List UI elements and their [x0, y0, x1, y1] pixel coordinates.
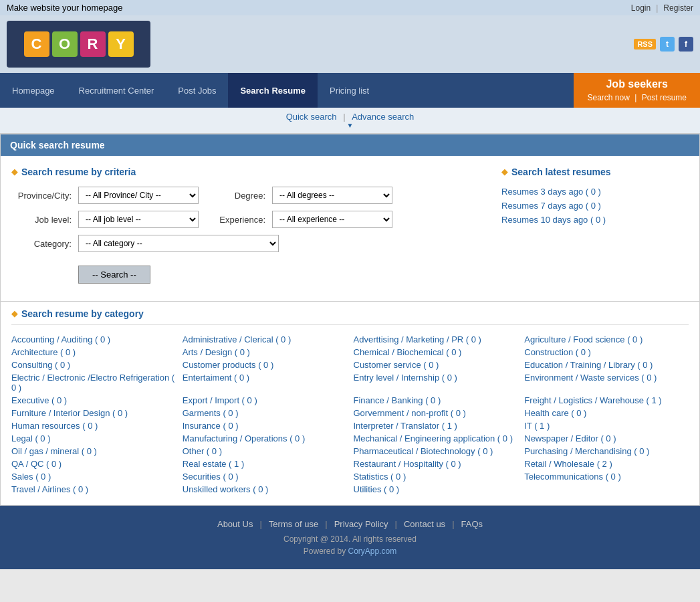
category-link[interactable]: Entry level / Internship ( 0 )	[354, 373, 457, 383]
search-button[interactable]: -- Search --	[78, 266, 150, 284]
footer-terms[interactable]: Terms of use	[269, 519, 318, 529]
nav-recruitment[interactable]: Recruitment Center	[67, 73, 166, 108]
latest-resumes-list: Resumes 3 days ago ( 0 ) Resumes 7 days …	[501, 187, 689, 225]
category-link[interactable]: Unskilled workers ( 0 )	[183, 484, 269, 494]
twitter-button[interactable]: t	[660, 37, 675, 52]
category-link[interactable]: Entertaiment ( 0 )	[183, 373, 249, 383]
experience-select[interactable]: -- All experience --	[272, 211, 392, 228]
category-link[interactable]: QA / QC ( 0 )	[11, 459, 62, 469]
quick-search-link[interactable]: Quick search	[286, 112, 337, 122]
footer-contact[interactable]: Contact us	[404, 519, 445, 529]
category-link[interactable]: Freight / Logistics / Warehouse ( 1 )	[524, 395, 661, 405]
category-link[interactable]: Export / Import ( 0 )	[183, 395, 257, 405]
list-item: Resumes 7 days ago ( 0 )	[501, 201, 689, 211]
resume-7days-link[interactable]: Resumes 7 days ago ( 0 )	[501, 201, 601, 211]
category-link[interactable]: Administrative / Clerical ( 0 )	[183, 334, 291, 344]
category-link[interactable]: Furniture / Interior Design ( 0 )	[11, 408, 128, 418]
category-link[interactable]: Manufacturing / Operations ( 0 )	[183, 433, 306, 443]
footer-about[interactable]: About Us	[217, 519, 253, 529]
category-link[interactable]: Architecture ( 0 )	[11, 347, 76, 357]
nav-search-resume[interactable]: Search Resume	[228, 73, 318, 108]
category-link[interactable]: Electric / Electronic /Electro Refrigera…	[11, 373, 174, 393]
footer-faqs[interactable]: FAQs	[461, 519, 483, 529]
category-link[interactable]: Telecommunications ( 0 )	[524, 472, 621, 482]
category-link[interactable]: Agriculture / Food science ( 0 )	[524, 334, 643, 344]
homepage-link[interactable]: Make website your homepage	[7, 3, 122, 13]
province-row: Province/City: -- All Province/ City -- …	[11, 187, 488, 204]
register-link[interactable]: Register	[663, 3, 693, 13]
category-link[interactable]: Statistics ( 0 )	[354, 472, 406, 482]
nav-pricing[interactable]: Pricing list	[318, 73, 381, 108]
category-link[interactable]: Education / Training / Library ( 0 )	[524, 360, 653, 370]
category-item: Entertaiment ( 0 )	[183, 373, 347, 393]
nav-cta[interactable]: Job seekers Search now | Post resume	[574, 73, 700, 108]
footer-powered: Powered by CoryApp.com	[13, 546, 687, 556]
category-item: Health care ( 0 )	[524, 408, 689, 418]
category-item: Entry level / Internship ( 0 )	[354, 373, 518, 393]
nav-homepage[interactable]: Homepage	[0, 73, 67, 108]
province-select[interactable]: -- All Province/ City --	[78, 187, 199, 204]
province-label: Province/City:	[11, 191, 72, 201]
rss-button[interactable]: RSS	[634, 39, 656, 49]
category-item: Pharmaceutical / Biotechnology ( 0 )	[354, 446, 518, 456]
category-link[interactable]: Adverttising / Marketing / PR ( 0 )	[354, 334, 481, 344]
category-link[interactable]: Human resources ( 0 )	[11, 421, 98, 431]
category-link[interactable]: Arts / Design ( 0 )	[183, 347, 250, 357]
category-item: Statistics ( 0 )	[354, 472, 518, 482]
search-btn-row: -- Search --	[11, 259, 488, 284]
degree-select[interactable]: -- All degrees --	[272, 187, 392, 204]
category-link[interactable]: Sales ( 0 )	[11, 472, 51, 482]
category-item: Arts / Design ( 0 )	[183, 347, 347, 357]
category-item: Travel / Airlines ( 0 )	[11, 484, 176, 494]
category-link[interactable]: Other ( 0 )	[183, 446, 222, 456]
category-link[interactable]: Garments ( 0 )	[183, 408, 239, 418]
category-link[interactable]: Utilities ( 0 )	[354, 484, 400, 494]
category-link[interactable]: Executive ( 0 )	[11, 395, 67, 405]
category-link[interactable]: Retail / Wholesale ( 2 )	[524, 459, 612, 469]
category-link[interactable]: Insurance ( 0 )	[183, 421, 239, 431]
category-link[interactable]: Travel / Airlines ( 0 )	[11, 484, 88, 494]
level-select[interactable]: -- All job level --	[78, 211, 199, 228]
category-link[interactable]: IT ( 1 )	[524, 421, 550, 431]
category-link[interactable]: Interpreter / Translator ( 1 )	[354, 421, 457, 431]
nav-cta-search[interactable]: Search now	[587, 93, 629, 102]
category-link[interactable]: Chemical / Biochemical ( 0 )	[354, 347, 462, 357]
category-link[interactable]: Securities ( 0 )	[183, 472, 239, 482]
category-link[interactable]: Construction ( 0 )	[524, 347, 591, 357]
facebook-button[interactable]: f	[679, 37, 693, 52]
category-link[interactable]: Real estate ( 1 )	[183, 459, 245, 469]
resume-3days-link[interactable]: Resumes 3 days ago ( 0 )	[501, 187, 601, 197]
footer-coryapp-link[interactable]: CoryApp.com	[348, 546, 397, 556]
logo[interactable]: C O R Y	[7, 21, 150, 68]
logo-letter-c: C	[24, 31, 49, 57]
nav-cta-post[interactable]: Post resume	[642, 93, 687, 102]
resume-10days-link[interactable]: Resumes 10 days ago ( 0 )	[501, 215, 606, 225]
footer-privacy[interactable]: Privacy Policy	[334, 519, 388, 529]
category-link[interactable]: Oil / gas / mineral ( 0 )	[11, 446, 97, 456]
category-link[interactable]: Restaurant / Hospitality ( 0 )	[354, 459, 461, 469]
category-link[interactable]: Customer products ( 0 )	[183, 360, 274, 370]
category-link[interactable]: Customer service ( 0 )	[354, 360, 439, 370]
category-select[interactable]: -- All category --	[78, 235, 279, 252]
category-link[interactable]: Purchasing / Merchandising ( 0 )	[524, 446, 649, 456]
sub-nav: Quick search | Advance search ▼	[0, 108, 700, 134]
category-link[interactable]: Newspaper / Editor ( 0 )	[524, 433, 616, 443]
category-link[interactable]: Consulting ( 0 )	[11, 360, 70, 370]
category-link[interactable]: Legal ( 0 )	[11, 433, 51, 443]
category-item: Purchasing / Merchandising ( 0 )	[524, 446, 689, 456]
login-link[interactable]: Login	[631, 3, 651, 13]
category-link[interactable]: Health care ( 0 )	[524, 408, 586, 418]
footer-copyright: Copyright @ 2014. All rights reserved	[13, 534, 687, 544]
category-link[interactable]: Environment / Waste services ( 0 )	[524, 373, 657, 383]
category-link[interactable]: Mechanical / Engineering application ( 0…	[354, 433, 513, 443]
category-link[interactable]: Accounting / Auditing ( 0 )	[11, 334, 110, 344]
advance-search-link[interactable]: Advance search	[352, 112, 414, 122]
category-item: Customer service ( 0 )	[354, 360, 518, 370]
footer: About Us | Terms of use | Privacy Policy…	[0, 506, 700, 569]
nav-post-jobs[interactable]: Post Jobs	[166, 73, 228, 108]
category-link[interactable]: Pharmaceutical / Biotechnology ( 0 )	[354, 446, 493, 456]
logo-letter-o: O	[52, 31, 78, 57]
logo-letter-y: Y	[108, 31, 134, 57]
category-link[interactable]: Gorvernment / non-profit ( 0 )	[354, 408, 466, 418]
category-link[interactable]: Finance / Banking ( 0 )	[354, 395, 441, 405]
